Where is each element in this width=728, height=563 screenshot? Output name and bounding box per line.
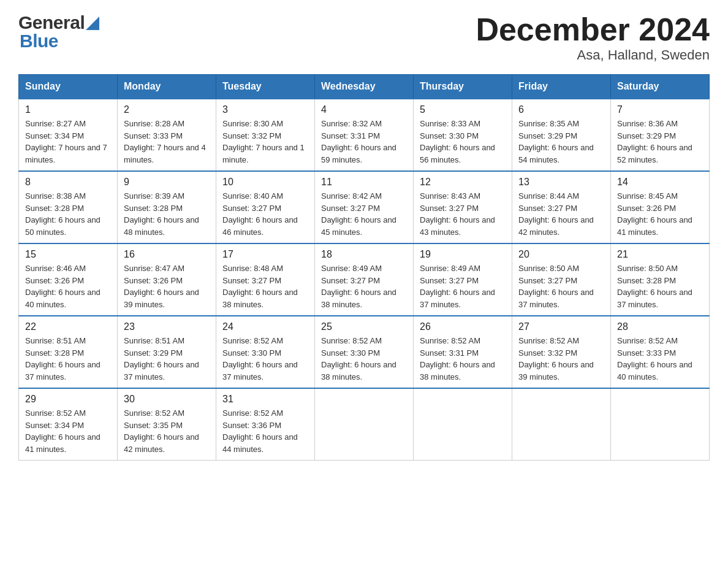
day-info: Sunrise: 8:49 AMSunset: 3:27 PMDaylight:… <box>420 262 506 310</box>
header-friday: Friday <box>512 75 611 99</box>
calendar-cell-5: 5Sunrise: 8:33 AMSunset: 3:30 PMDaylight… <box>414 99 512 171</box>
calendar-cell-18: 18Sunrise: 8:49 AMSunset: 3:27 PMDayligh… <box>315 243 414 316</box>
calendar-cell-empty <box>512 388 611 461</box>
day-info: Sunrise: 8:38 AMSunset: 3:28 PMDaylight:… <box>25 190 111 238</box>
day-info: Sunrise: 8:52 AMSunset: 3:30 PMDaylight:… <box>321 335 407 383</box>
day-info: Sunrise: 8:52 AMSunset: 3:34 PMDaylight:… <box>25 407 111 455</box>
calendar-cell-30: 30Sunrise: 8:52 AMSunset: 3:35 PMDayligh… <box>118 388 216 461</box>
header-tuesday: Tuesday <box>216 75 315 99</box>
day-info: Sunrise: 8:47 AMSunset: 3:26 PMDaylight:… <box>124 262 210 310</box>
day-info: Sunrise: 8:49 AMSunset: 3:27 PMDaylight:… <box>321 262 407 310</box>
day-info: Sunrise: 8:36 AMSunset: 3:29 PMDaylight:… <box>617 118 703 166</box>
page-subtitle: Asa, Halland, Sweden <box>476 47 710 63</box>
day-number: 19 <box>420 249 506 260</box>
day-number: 25 <box>321 321 407 332</box>
header-sunday: Sunday <box>19 75 118 99</box>
calendar-week-1: 1Sunrise: 8:27 AMSunset: 3:34 PMDaylight… <box>19 99 710 171</box>
day-info: Sunrise: 8:52 AMSunset: 3:35 PMDaylight:… <box>124 407 210 455</box>
day-info: Sunrise: 8:52 AMSunset: 3:30 PMDaylight:… <box>222 335 308 383</box>
day-info: Sunrise: 8:51 AMSunset: 3:28 PMDaylight:… <box>25 335 111 383</box>
calendar-cell-31: 31Sunrise: 8:52 AMSunset: 3:36 PMDayligh… <box>216 388 315 461</box>
day-number: 6 <box>518 104 604 115</box>
day-number: 30 <box>124 394 210 405</box>
day-number: 21 <box>617 249 703 260</box>
day-number: 17 <box>222 249 308 260</box>
calendar-cell-19: 19Sunrise: 8:49 AMSunset: 3:27 PMDayligh… <box>414 243 512 316</box>
logo: General Blue <box>18 12 99 52</box>
calendar-week-3: 15Sunrise: 8:46 AMSunset: 3:26 PMDayligh… <box>19 243 710 316</box>
logo-blue-text: Blue <box>20 31 58 52</box>
day-number: 24 <box>222 321 308 332</box>
calendar-header-row: SundayMondayTuesdayWednesdayThursdayFrid… <box>19 75 710 99</box>
title-block: December 2024 Asa, Halland, Sweden <box>476 12 710 63</box>
calendar-cell-24: 24Sunrise: 8:52 AMSunset: 3:30 PMDayligh… <box>216 316 315 388</box>
day-number: 18 <box>321 249 407 260</box>
day-number: 28 <box>617 321 703 332</box>
day-number: 13 <box>518 177 604 188</box>
day-info: Sunrise: 8:46 AMSunset: 3:26 PMDaylight:… <box>25 262 111 310</box>
page-header: General Blue December 2024 Asa, Halland,… <box>18 12 710 63</box>
calendar-cell-10: 10Sunrise: 8:40 AMSunset: 3:27 PMDayligh… <box>216 171 315 243</box>
day-number: 31 <box>222 394 308 405</box>
calendar-cell-empty <box>315 388 414 461</box>
day-info: Sunrise: 8:52 AMSunset: 3:31 PMDaylight:… <box>420 335 506 383</box>
header-thursday: Thursday <box>414 75 512 99</box>
calendar-cell-13: 13Sunrise: 8:44 AMSunset: 3:27 PMDayligh… <box>512 171 611 243</box>
calendar-cell-9: 9Sunrise: 8:39 AMSunset: 3:28 PMDaylight… <box>118 171 216 243</box>
header-saturday: Saturday <box>611 75 710 99</box>
day-info: Sunrise: 8:52 AMSunset: 3:33 PMDaylight:… <box>617 335 703 383</box>
day-info: Sunrise: 8:40 AMSunset: 3:27 PMDaylight:… <box>222 190 308 238</box>
calendar-cell-28: 28Sunrise: 8:52 AMSunset: 3:33 PMDayligh… <box>611 316 710 388</box>
day-number: 10 <box>222 177 308 188</box>
calendar-cell-22: 22Sunrise: 8:51 AMSunset: 3:28 PMDayligh… <box>19 316 118 388</box>
day-info: Sunrise: 8:52 AMSunset: 3:32 PMDaylight:… <box>518 335 604 383</box>
day-number: 27 <box>518 321 604 332</box>
day-info: Sunrise: 8:51 AMSunset: 3:29 PMDaylight:… <box>124 335 210 383</box>
logo-general-text: General <box>18 12 85 33</box>
day-info: Sunrise: 8:52 AMSunset: 3:36 PMDaylight:… <box>222 407 308 455</box>
calendar-week-2: 8Sunrise: 8:38 AMSunset: 3:28 PMDaylight… <box>19 171 710 243</box>
day-info: Sunrise: 8:50 AMSunset: 3:28 PMDaylight:… <box>617 262 703 310</box>
calendar-cell-2: 2Sunrise: 8:28 AMSunset: 3:33 PMDaylight… <box>118 99 216 171</box>
calendar-cell-6: 6Sunrise: 8:35 AMSunset: 3:29 PMDaylight… <box>512 99 611 171</box>
logo-triangle-icon <box>86 17 99 30</box>
day-info: Sunrise: 8:50 AMSunset: 3:27 PMDaylight:… <box>518 262 604 310</box>
calendar-cell-empty <box>414 388 512 461</box>
day-number: 12 <box>420 177 506 188</box>
calendar-cell-26: 26Sunrise: 8:52 AMSunset: 3:31 PMDayligh… <box>414 316 512 388</box>
day-number: 8 <box>25 177 111 188</box>
day-info: Sunrise: 8:33 AMSunset: 3:30 PMDaylight:… <box>420 118 506 166</box>
calendar-cell-7: 7Sunrise: 8:36 AMSunset: 3:29 PMDaylight… <box>611 99 710 171</box>
day-number: 22 <box>25 321 111 332</box>
calendar-cell-23: 23Sunrise: 8:51 AMSunset: 3:29 PMDayligh… <box>118 316 216 388</box>
day-info: Sunrise: 8:27 AMSunset: 3:34 PMDaylight:… <box>25 118 111 166</box>
calendar-week-4: 22Sunrise: 8:51 AMSunset: 3:28 PMDayligh… <box>19 316 710 388</box>
header-monday: Monday <box>118 75 216 99</box>
day-number: 20 <box>518 249 604 260</box>
day-info: Sunrise: 8:44 AMSunset: 3:27 PMDaylight:… <box>518 190 604 238</box>
calendar-week-5: 29Sunrise: 8:52 AMSunset: 3:34 PMDayligh… <box>19 388 710 461</box>
calendar-cell-20: 20Sunrise: 8:50 AMSunset: 3:27 PMDayligh… <box>512 243 611 316</box>
day-number: 2 <box>124 104 210 115</box>
svg-marker-0 <box>86 17 99 30</box>
day-info: Sunrise: 8:43 AMSunset: 3:27 PMDaylight:… <box>420 190 506 238</box>
header-wednesday: Wednesday <box>315 75 414 99</box>
calendar-cell-21: 21Sunrise: 8:50 AMSunset: 3:28 PMDayligh… <box>611 243 710 316</box>
day-info: Sunrise: 8:32 AMSunset: 3:31 PMDaylight:… <box>321 118 407 166</box>
calendar-cell-16: 16Sunrise: 8:47 AMSunset: 3:26 PMDayligh… <box>118 243 216 316</box>
day-number: 15 <box>25 249 111 260</box>
calendar-cell-4: 4Sunrise: 8:32 AMSunset: 3:31 PMDaylight… <box>315 99 414 171</box>
calendar-cell-14: 14Sunrise: 8:45 AMSunset: 3:26 PMDayligh… <box>611 171 710 243</box>
calendar-cell-3: 3Sunrise: 8:30 AMSunset: 3:32 PMDaylight… <box>216 99 315 171</box>
calendar-cell-25: 25Sunrise: 8:52 AMSunset: 3:30 PMDayligh… <box>315 316 414 388</box>
day-info: Sunrise: 8:35 AMSunset: 3:29 PMDaylight:… <box>518 118 604 166</box>
day-info: Sunrise: 8:28 AMSunset: 3:33 PMDaylight:… <box>124 118 210 166</box>
day-info: Sunrise: 8:42 AMSunset: 3:27 PMDaylight:… <box>321 190 407 238</box>
day-number: 11 <box>321 177 407 188</box>
day-number: 29 <box>25 394 111 405</box>
page-title: December 2024 <box>476 12 710 47</box>
calendar-cell-empty <box>611 388 710 461</box>
calendar-header: SundayMondayTuesdayWednesdayThursdayFrid… <box>19 75 710 99</box>
day-number: 23 <box>124 321 210 332</box>
calendar-body: 1Sunrise: 8:27 AMSunset: 3:34 PMDaylight… <box>19 99 710 461</box>
